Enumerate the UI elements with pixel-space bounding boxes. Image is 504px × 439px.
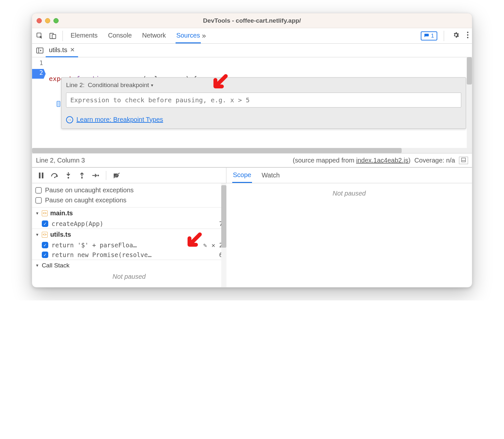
cursor-position: Line 2, Column 3 [36,157,85,164]
svg-point-4 [467,34,468,35]
call-stack-header[interactable]: ▼ Call Stack [32,260,226,271]
coverage-label: Coverage: n/a [414,157,455,164]
tab-scope[interactable]: Scope [232,168,252,183]
breakpoint-file-group: ▼ <> main.ts createApp(App) 7 [32,207,226,229]
pause-uncaught-option[interactable]: Pause on uncaught exceptions [35,185,223,195]
caret-down-icon: ▼ [35,211,39,216]
toolbar-separator [444,31,444,41]
learn-more-link[interactable]: Learn more: Breakpoint Types [76,116,163,123]
edit-breakpoint-icon[interactable]: ✎ [203,242,208,249]
debugger-sidebar: Pause on uncaught exceptions Pause on ca… [32,168,226,287]
close-tab-icon[interactable]: ✕ [70,46,75,53]
scope-status: Not paused [333,190,366,197]
device-toolbar-icon[interactable] [46,29,59,42]
ts-file-icon: <> [42,210,48,216]
svg-rect-6 [37,48,43,53]
step-button[interactable] [90,170,101,181]
navigator-toggle-icon[interactable] [34,48,46,53]
step-over-button[interactable] [50,170,60,181]
svg-point-15 [97,174,99,176]
devtools-window: DevTools - coffee-cart.netlify.app/ Elem… [32,13,472,287]
issues-count: 1 [431,33,434,39]
breakpoint-line-label: Line 2: [66,82,85,89]
pause-caught-option[interactable]: Pause on caught exceptions [35,195,223,205]
remove-breakpoint-icon[interactable]: ✕ [211,242,216,249]
svg-rect-11 [42,173,43,178]
titlebar: DevTools - coffee-cart.netlify.app/ [32,13,472,28]
settings-button[interactable] [451,31,462,40]
main-toolbar: Elements Console Network Sources » 1 [32,28,472,44]
file-tab-utils[interactable]: utils.ts ✕ [46,44,78,57]
tab-elements[interactable]: Elements [70,28,98,43]
step-out-button[interactable] [77,170,87,181]
call-stack-status: Not paused [32,271,226,282]
tab-sources[interactable]: Sources [176,28,200,43]
checkbox[interactable] [35,187,42,194]
caret-down-icon: ▼ [35,263,39,268]
vertical-scrollbar-thumb[interactable] [467,57,472,84]
checkbox[interactable] [35,197,42,204]
horizontal-scrollbar[interactable] [32,148,472,153]
breakpoint-item[interactable]: return new Promise(resolve… 6 [32,250,226,260]
breakpoint-learn-more: → Learn more: Breakpoint Types [66,116,461,123]
vertical-scrollbar-thumb[interactable] [221,185,226,248]
checkbox[interactable] [42,252,48,258]
checkbox[interactable] [42,242,48,248]
breakpoint-text: return new Promise(resolve… [52,251,216,258]
panel-tabs: Elements Console Network Sources [70,28,201,43]
gutter[interactable]: 1 2 [32,57,46,148]
inline-breakpoint-marker[interactable] [57,101,60,107]
breakpoint-file-header[interactable]: ▼ <> main.ts [32,208,226,219]
svg-point-12 [54,177,55,178]
breakpoint-type-dropdown[interactable]: Conditional breakpoint [88,82,153,89]
breakpoint-text: createApp(App) [52,220,216,227]
svg-rect-8 [462,158,465,162]
code-editor[interactable]: 1 2 export function currency(value: any)… [32,57,472,148]
checkbox[interactable] [42,220,48,227]
file-tab-label: utils.ts [49,46,67,54]
caret-down-icon: ▼ [35,232,39,237]
more-options-button[interactable] [465,31,471,40]
tab-watch[interactable]: Watch [261,168,281,182]
status-bar: Line 2, Column 3 (source mapped from ind… [32,153,472,167]
circle-arrow-icon: → [66,116,73,123]
line-number[interactable]: 1 [32,59,46,69]
line-number-active[interactable]: 2 [32,69,46,79]
gear-icon [452,31,460,39]
scope-watch-panel: Scope Watch Not paused [226,168,472,287]
svg-point-5 [467,37,468,38]
breakpoint-condition-input[interactable] [66,93,461,107]
file-tabs: utils.ts ✕ [32,44,472,57]
toolbar-right: 1 [421,31,471,41]
tab-console[interactable]: Console [107,28,132,43]
source-mapped-label: (source mapped from index.1ac4eab2.js) [293,157,411,164]
annotation-arrow-icon [210,74,228,92]
annotation-arrow-icon [184,232,202,251]
tab-network[interactable]: Network [142,28,166,43]
source-map-link[interactable]: index.1ac4eab2.js [356,157,408,164]
pause-button[interactable] [36,170,46,181]
step-into-button[interactable] [63,170,74,181]
horizontal-scrollbar-thumb[interactable] [32,148,402,153]
svg-point-3 [467,31,468,33]
debug-toolbar [32,168,226,183]
scope-body: Not paused [226,183,472,287]
deactivate-breakpoints-button[interactable] [111,170,122,181]
breakpoint-popup-header: Line 2: Conditional breakpoint [66,82,461,89]
svg-point-14 [81,177,83,178]
svg-point-13 [68,177,69,178]
breakpoint-file-name: main.ts [50,209,73,217]
breakpoint-text: return '$' + parseFloa… [52,242,200,249]
ts-file-icon: <> [42,232,48,238]
toolbar-separator [63,31,63,41]
breakpoint-item[interactable]: createApp(App) 7 [32,219,226,229]
bottom-toggle-button[interactable] [459,157,468,164]
inspect-element-icon[interactable] [33,29,46,42]
vertical-scrollbar[interactable] [221,183,226,287]
more-tabs-button[interactable]: » [201,32,207,40]
svg-rect-10 [39,173,40,178]
kebab-icon [467,31,469,39]
lower-panels: Pause on uncaught exceptions Pause on ca… [32,167,472,287]
issues-badge[interactable]: 1 [421,31,437,40]
right-tabs: Scope Watch [226,168,472,183]
